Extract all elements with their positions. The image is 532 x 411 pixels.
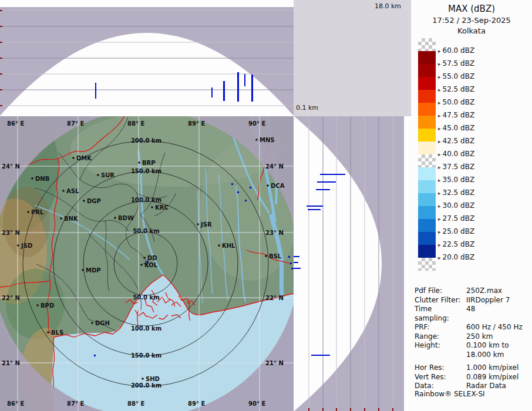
radar-echo xyxy=(316,189,330,190)
map-canvas: 86° E86° E87° E87° E88° E88° E89° E89° E… xyxy=(0,116,294,411)
city-dot xyxy=(83,200,85,202)
city-label: SUR xyxy=(101,172,115,178)
scale-label: ▸25.0 dBZ xyxy=(438,227,474,235)
scale-label: ▸55.0 dBZ xyxy=(438,72,474,80)
city-dot xyxy=(138,161,140,164)
radar-echo xyxy=(294,262,298,263)
city-dot xyxy=(82,269,84,271)
info-row: Pdf File:250Z.max xyxy=(415,287,531,296)
city-label: JSD xyxy=(21,242,32,249)
city-label: DD xyxy=(147,255,157,261)
city-label: BDW xyxy=(118,215,134,221)
info-value: 1.000 km/pixel xyxy=(466,363,518,373)
city-dot xyxy=(265,255,267,257)
info-row: Hor Res:1.000 km/pixel xyxy=(415,363,531,373)
scale-label: ▸37.5 dBZ xyxy=(438,163,474,171)
scale-label: ▸22.5 dBZ xyxy=(438,240,474,248)
height-max-label: 18.0 km xyxy=(375,2,401,10)
info-row: Range:250 km xyxy=(415,332,531,342)
info-key: PRF: xyxy=(415,323,466,332)
scale-tick-icon: ▸ xyxy=(438,177,441,183)
city-label: DCA xyxy=(271,183,285,189)
scale-tick-icon: ▸ xyxy=(438,113,441,119)
radar-echo xyxy=(147,261,149,262)
scale-label: ▸45.0 dBZ xyxy=(438,124,474,132)
info-row: PRF:600 Hz / 450 Hz xyxy=(415,323,531,332)
scale-label: ▸40.0 dBZ xyxy=(438,150,474,158)
scale-label: ▸60.0 dBZ xyxy=(438,46,474,55)
scale-color-patch xyxy=(418,129,436,142)
city-label: MDP xyxy=(86,267,101,274)
scale-tick-icon: ▸ xyxy=(438,164,441,170)
info-key: Range: xyxy=(415,332,466,342)
longitude-label: 87° E xyxy=(67,400,84,407)
range-ring-label: 50.0 km xyxy=(133,228,159,234)
height-min-label: 0.1 km xyxy=(296,104,318,112)
longitude-label: 88° E xyxy=(127,120,144,127)
longitude-label: 90° E xyxy=(248,400,265,407)
scale-tick-icon: ▸ xyxy=(438,126,441,132)
product-datetime: 17:52 / 23-Sep-2025 xyxy=(411,14,532,25)
city-dot xyxy=(97,174,99,176)
longitude-label: 87° E xyxy=(67,120,84,127)
software-brand: Rainbow® SELEX-SI xyxy=(415,390,485,398)
city-label: DGP xyxy=(87,198,101,204)
city-label: BRP xyxy=(142,160,156,166)
city-label: KHL xyxy=(222,242,235,249)
legend-panel: MAX (dBZ) 17:52 / 23-Sep-2025 Kolkata ▸6… xyxy=(411,0,532,411)
radar-echo xyxy=(237,191,239,193)
scale-color-patch xyxy=(418,245,436,258)
scale-label: ▸50.0 dBZ xyxy=(438,98,474,106)
city-label: BNK xyxy=(64,215,79,222)
info-row: Clutter Filter:IIRDoppler 7 xyxy=(415,296,531,305)
city-label: BSL xyxy=(269,253,282,260)
scale-tick-icon: ▸ xyxy=(438,74,441,80)
range-ring-label: 150.0 km xyxy=(131,352,161,359)
scale-color-patch xyxy=(418,154,436,167)
latitude-label: 21° N xyxy=(265,360,284,366)
radar-echo xyxy=(251,75,253,102)
longitude-label: 86° E xyxy=(7,120,24,127)
info-key: Height: xyxy=(415,341,466,359)
product-title: MAX (dBZ) xyxy=(411,0,532,14)
latitude-label: 24° N xyxy=(265,163,284,170)
scale-color-patch xyxy=(418,116,436,129)
scale-tick-icon: ▸ xyxy=(438,151,441,157)
top-height-profile-panel[interactable] xyxy=(0,0,294,116)
city-dot xyxy=(62,190,65,192)
radar-echo xyxy=(223,81,225,101)
scale-color-patch xyxy=(418,206,436,219)
longitude-label: 88° E xyxy=(127,400,144,407)
latitude-label: 22° N xyxy=(2,295,20,301)
scale-color-patch xyxy=(418,167,436,180)
radar-echo xyxy=(291,268,293,269)
scale-label: ▸35.0 dBZ xyxy=(438,176,474,184)
scale-color-patch xyxy=(418,77,436,90)
info-value: 48 xyxy=(466,305,475,323)
radar-echo xyxy=(245,200,247,201)
radar-echo xyxy=(288,256,290,258)
right-height-profile-panel[interactable] xyxy=(294,116,411,411)
city-label: PRL xyxy=(31,209,44,215)
scale-color-patch xyxy=(418,193,436,206)
radar-map-panel[interactable]: 86° E86° E87° E87° E88° E88° E89° E89° E… xyxy=(0,116,294,411)
radar-display-window: 18.0 km 0.1 km xyxy=(0,0,532,411)
city-label: MNS xyxy=(260,137,275,143)
city-dot xyxy=(60,217,62,220)
latitude-label: 23° N xyxy=(265,230,284,236)
city-dot xyxy=(47,331,49,333)
city-label: KOL xyxy=(144,262,158,268)
longitude-label: 86° E xyxy=(7,400,24,407)
scale-tick-icon: ▸ xyxy=(438,242,441,248)
scale-color-patch xyxy=(418,51,436,64)
info-value: IIRDoppler 7 xyxy=(466,296,510,305)
info-value: 0.089 km/pixel xyxy=(466,373,518,382)
scale-tick-icon: ▸ xyxy=(438,87,441,93)
radar-echo xyxy=(311,355,330,356)
radar-echo xyxy=(308,209,321,210)
city-label: BPD xyxy=(41,302,54,309)
longitude-label: 89° E xyxy=(188,120,205,127)
range-ring-label: 50.0 km xyxy=(133,294,159,301)
radar-site-name: Kolkata xyxy=(411,25,532,35)
city-dot xyxy=(142,378,144,380)
